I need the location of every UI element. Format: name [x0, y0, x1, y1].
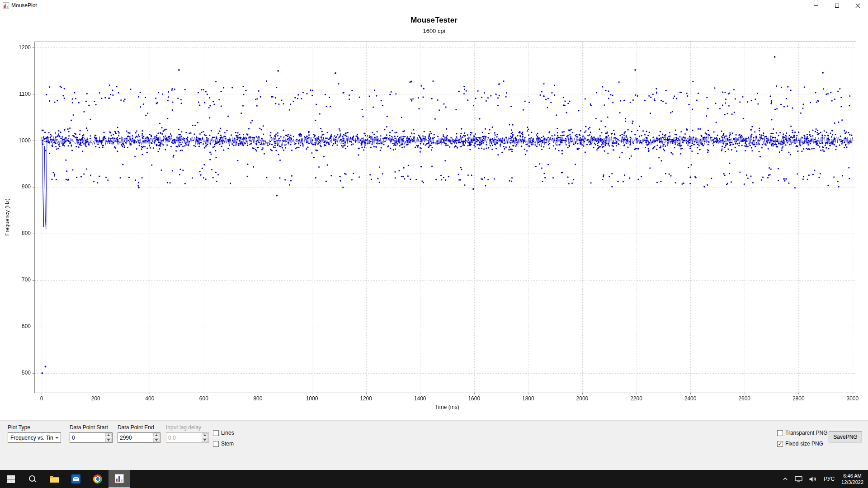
window-controls: [806, 0, 868, 11]
transparent-png-checkbox-row[interactable]: Transparent PNG: [777, 430, 828, 436]
app-icon: [3, 2, 9, 9]
spin-up-icon[interactable]: [153, 433, 160, 437]
chevron-down-icon[interactable]: [53, 433, 61, 442]
clock-time: 6:46 AM: [841, 473, 863, 479]
taskbar-search-button[interactable]: [22, 470, 43, 488]
system-tray: РУС 6:46 AM 12/3/2022: [779, 470, 868, 488]
data-point-end-input[interactable]: [118, 432, 160, 443]
tray-expand-button[interactable]: [779, 470, 792, 488]
window-title: MousePlot: [11, 2, 37, 9]
plot-type-label: Plot Type: [8, 424, 61, 431]
fixed-size-png-label: Fixed-size PNG: [785, 441, 823, 447]
mail-icon: [71, 474, 80, 483]
frequency-vs-time-chart: [0, 11, 868, 420]
minimize-button[interactable]: [806, 0, 826, 11]
lines-checkbox-row[interactable]: Lines: [213, 430, 234, 436]
taskbar-mail-button[interactable]: [65, 470, 87, 488]
maximize-icon: [835, 4, 839, 8]
chart-title: MouseTester: [0, 16, 868, 25]
lines-label: Lines: [221, 430, 234, 436]
taskbar-mouseplot-button[interactable]: [108, 470, 130, 488]
data-point-start-group: Data Point Start: [70, 424, 113, 443]
tray-network-button[interactable]: [792, 470, 806, 488]
stem-checkbox[interactable]: [213, 441, 219, 447]
close-icon: [855, 3, 860, 8]
input-lag-delay-group: Input lag delay: [166, 424, 209, 443]
speaker-icon: [809, 476, 816, 483]
spin-down-icon[interactable]: [105, 438, 112, 442]
data-point-end-spinner: [153, 433, 160, 442]
language-indicator[interactable]: РУС: [820, 470, 839, 488]
maximize-button[interactable]: [826, 0, 847, 11]
start-button[interactable]: [0, 470, 22, 488]
data-point-start-field[interactable]: [70, 433, 105, 442]
stem-label: Stem: [221, 441, 234, 447]
input-lag-delay-label: Input lag delay: [166, 424, 209, 431]
search-icon: [28, 475, 37, 483]
input-lag-delay-field: [166, 433, 201, 442]
plot-type-select[interactable]: Frequency vs. Time: [8, 432, 61, 443]
data-point-end-label: Data Point End: [118, 424, 160, 431]
data-point-start-label: Data Point Start: [70, 424, 113, 431]
title-bar: MousePlot: [0, 0, 868, 11]
stem-checkbox-row[interactable]: Stem: [213, 441, 234, 447]
plot-type-group: Plot Type Frequency vs. Time: [8, 424, 61, 443]
data-point-start-spinner: [105, 433, 112, 442]
taskbar-chrome-button[interactable]: [87, 470, 108, 488]
tray-volume-button[interactable]: [806, 470, 820, 488]
close-button[interactable]: [847, 0, 868, 11]
folder-icon: [49, 474, 59, 483]
mouseplot-icon: [115, 474, 124, 483]
taskbar: РУС 6:46 AM 12/3/2022: [0, 470, 868, 488]
taskbar-file-explorer-button[interactable]: [43, 470, 65, 488]
spin-down-icon[interactable]: [153, 438, 160, 442]
clock-date: 12/3/2022: [841, 479, 863, 485]
data-point-end-field[interactable]: [118, 433, 153, 442]
windows-logo-icon: [7, 475, 15, 483]
minimize-icon: [814, 5, 818, 6]
transparent-png-checkbox[interactable]: [777, 430, 783, 436]
spin-up-icon[interactable]: [105, 433, 112, 437]
taskbar-clock[interactable]: 6:46 AM 12/3/2022: [839, 470, 868, 488]
fixed-size-png-checkbox-row[interactable]: Fixed-size PNG: [777, 441, 823, 447]
spin-down-icon: [202, 438, 208, 442]
save-png-button[interactable]: SavePNG: [829, 432, 862, 442]
chrome-icon: [93, 474, 102, 483]
client-area: MouseTester 1600 cpi Plot Type Frequency…: [0, 11, 868, 470]
transparent-png-label: Transparent PNG: [785, 430, 828, 436]
chevron-up-icon: [782, 476, 788, 482]
input-lag-delay-input: [166, 432, 209, 443]
chart-subtitle: 1600 cpi: [0, 28, 868, 34]
input-lag-delay-spinner: [201, 433, 208, 442]
network-icon: [795, 476, 802, 483]
fixed-size-png-checkbox[interactable]: [777, 441, 783, 447]
lines-checkbox[interactable]: [213, 430, 219, 436]
plot-type-value: Frequency vs. Time: [8, 435, 53, 441]
data-point-start-input[interactable]: [70, 432, 113, 443]
spin-up-icon: [202, 433, 208, 437]
control-panel: Plot Type Frequency vs. Time Data Point …: [0, 420, 868, 470]
data-point-end-group: Data Point End: [118, 424, 160, 443]
